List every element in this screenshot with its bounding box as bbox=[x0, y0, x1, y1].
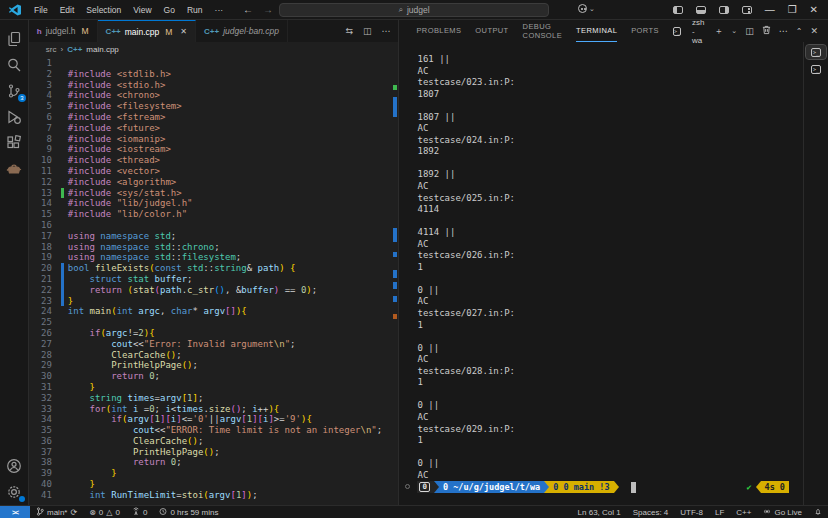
sync-icon[interactable]: ⟳ bbox=[70, 508, 77, 517]
tab-judgel.h[interactable]: hjudgel.hM bbox=[29, 20, 98, 42]
activity-teapot-extension[interactable] bbox=[2, 156, 26, 182]
problems-status[interactable]: ⊗ 0 △ 0 bbox=[83, 508, 126, 517]
tab-judgel-ban.cpp[interactable]: C++judgel-ban.cpp bbox=[196, 20, 288, 42]
terminal-prompt[interactable]: 0 0 ~/u/g/judgel/t/wa 0 0 main !3 ✔ 4s 0 bbox=[417, 481, 803, 493]
close-tab-icon[interactable]: ✕ bbox=[180, 27, 187, 36]
menu-file[interactable]: File bbox=[28, 5, 54, 15]
restore-button[interactable]: ❐ bbox=[788, 4, 797, 15]
code-line[interactable]: 1 bbox=[29, 58, 399, 69]
code-line[interactable]: 17using namespace std; bbox=[29, 231, 399, 242]
toggle-sidebar-button[interactable] bbox=[673, 6, 683, 14]
code-line[interactable]: 36 ClearCache(); bbox=[29, 436, 399, 447]
code-line[interactable]: 32 string times=argv[1]; bbox=[29, 393, 399, 404]
code-line[interactable]: 20bool fileExists(const std::string& pat… bbox=[29, 263, 399, 274]
terminal-dropdown-chevron-icon[interactable]: ⌄ bbox=[731, 27, 737, 35]
code-line[interactable]: 3#include <stdio.h> bbox=[29, 80, 399, 91]
code-line[interactable]: 25 bbox=[29, 317, 399, 328]
menu-go[interactable]: Go bbox=[158, 5, 181, 15]
go-live-button[interactable]: Go Live bbox=[757, 507, 808, 518]
code-line[interactable]: 2#include <stdlib.h> bbox=[29, 69, 399, 80]
activity-extensions[interactable] bbox=[2, 130, 26, 156]
panel-tab-terminal[interactable]: TERMINAL bbox=[576, 20, 617, 42]
terminal-output[interactable]: 161 ||ACtestcase/023.in:P:1807 1807 ||AC… bbox=[399, 42, 803, 505]
split-editor-icon[interactable]: ◫ bbox=[363, 26, 372, 36]
code-line[interactable]: 10#include <thread> bbox=[29, 155, 399, 166]
activity-accounts[interactable] bbox=[2, 453, 26, 479]
more-actions-icon[interactable]: ⋯ bbox=[381, 26, 390, 36]
notifications-bell[interactable] bbox=[808, 507, 828, 518]
menu-selection[interactable]: Selection bbox=[80, 5, 127, 15]
language-status[interactable]: C++ bbox=[730, 508, 757, 517]
menu-run[interactable]: Run bbox=[181, 5, 209, 15]
activity-source-control[interactable]: 3 bbox=[2, 78, 26, 104]
ports-status[interactable]: 0 bbox=[126, 507, 153, 518]
back-button[interactable]: ← bbox=[243, 4, 253, 15]
eol-status[interactable]: LF bbox=[709, 508, 730, 517]
code-line[interactable]: 23} bbox=[29, 296, 399, 307]
code-line[interactable]: 40 } bbox=[29, 479, 399, 490]
kill-terminal-button[interactable] bbox=[762, 25, 771, 37]
code-line[interactable]: 27 cout<<"Error: Invalid argument\n"; bbox=[29, 339, 399, 350]
indentation-status[interactable]: Spaces: 4 bbox=[627, 508, 675, 517]
terminal-list-item[interactable]: >_ bbox=[806, 62, 826, 76]
activity-search[interactable] bbox=[2, 52, 26, 78]
activity-explorer[interactable] bbox=[2, 26, 26, 52]
breadcrumb[interactable]: src › C++ main.cpp bbox=[29, 42, 399, 56]
code-line[interactable]: 22 return (stat(path.c_str(), &buffer) =… bbox=[29, 285, 399, 296]
cursor-position-status[interactable]: Ln 63, Col 1 bbox=[572, 508, 627, 517]
code-line[interactable]: 7#include <future> bbox=[29, 123, 399, 134]
code-line[interactable]: 26 if(argc!=2){ bbox=[29, 328, 399, 339]
open-changes-icon[interactable]: ⇆ bbox=[345, 26, 353, 36]
code-line[interactable]: 8#include <iomanip> bbox=[29, 134, 399, 145]
code-line[interactable]: 30 return 0; bbox=[29, 371, 399, 382]
code-line[interactable]: 35 cout<<"ERROR: Time limit is not an in… bbox=[29, 425, 399, 436]
more-actions-button[interactable]: ⋯ bbox=[779, 26, 788, 36]
breadcrumb-file[interactable]: main.cpp bbox=[86, 45, 118, 54]
code-line[interactable]: 5#include <filesystem> bbox=[29, 101, 399, 112]
code-line[interactable]: 12#include <algorithm> bbox=[29, 177, 399, 188]
code-line[interactable]: 41 int RunTimeLimit=stoi(argv[1]); bbox=[29, 490, 399, 501]
branch-status[interactable]: main* ⟳ bbox=[30, 507, 83, 518]
code-line[interactable]: 39 } bbox=[29, 468, 399, 479]
code-line[interactable]: 9#include <iostream> bbox=[29, 144, 399, 155]
menu-view[interactable]: View bbox=[127, 5, 157, 15]
menu-[interactable]: ··· bbox=[209, 5, 230, 15]
forward-button[interactable]: → bbox=[263, 4, 273, 15]
copilot-button[interactable]: ⌄ bbox=[578, 4, 595, 13]
close-button[interactable]: ✕ bbox=[810, 4, 818, 15]
command-decoration-icon[interactable] bbox=[405, 484, 410, 489]
toggle-panel-button[interactable] bbox=[696, 6, 706, 14]
code-line[interactable]: 38 return 0; bbox=[29, 457, 399, 468]
code-editor[interactable]: 12#include <stdlib.h>3#include <stdio.h>… bbox=[29, 56, 399, 505]
code-line[interactable]: 19using namespace std::filesystem; bbox=[29, 252, 399, 263]
code-line[interactable]: 24int main(int argc, char* argv[]){ bbox=[29, 306, 399, 317]
close-panel-button[interactable]: ✕ bbox=[810, 26, 818, 36]
code-line[interactable]: 14#include "lib/judgel.h" bbox=[29, 198, 399, 209]
activity-run-debug[interactable] bbox=[2, 104, 26, 130]
activity-settings[interactable] bbox=[2, 479, 26, 505]
menu-edit[interactable]: Edit bbox=[54, 5, 81, 15]
code-line[interactable]: 4#include <chrono> bbox=[29, 90, 399, 101]
panel-tab-debug-console[interactable]: DEBUG CONSOLE bbox=[523, 20, 562, 42]
split-terminal-button[interactable]: ◫ bbox=[745, 26, 754, 36]
panel-tab-output[interactable]: OUTPUT bbox=[475, 20, 508, 42]
code-line[interactable]: 33 for(int i =0; i<times.size(); i++){ bbox=[29, 404, 399, 415]
code-line[interactable]: 15#include "lib/color.h" bbox=[29, 209, 399, 220]
code-line[interactable]: 6#include <fstream> bbox=[29, 112, 399, 123]
code-line[interactable]: 29 PrintHelpPage(); bbox=[29, 360, 399, 371]
code-line[interactable]: 13#include <sys/stat.h> bbox=[29, 188, 399, 199]
time-tracker-status[interactable]: 0 hrs 59 mins bbox=[153, 507, 224, 518]
remote-indicator[interactable]: >< bbox=[0, 506, 30, 518]
maximize-panel-button[interactable]: ⌃ bbox=[796, 27, 803, 36]
breadcrumb-folder[interactable]: src bbox=[46, 45, 57, 54]
toggle-secondary-sidebar-button[interactable] bbox=[719, 6, 729, 14]
panel-tab-problems[interactable]: PROBLEMS bbox=[416, 20, 461, 42]
shell-label[interactable]: zsh - wa bbox=[692, 18, 706, 45]
code-line[interactable]: 28 ClearCache(); bbox=[29, 350, 399, 361]
code-line[interactable]: 11#include <vector> bbox=[29, 166, 399, 177]
customize-layout-button[interactable] bbox=[742, 6, 752, 14]
terminal-list-item[interactable]: >_ bbox=[806, 45, 826, 59]
code-line[interactable]: 16 bbox=[29, 220, 399, 231]
code-line[interactable]: 34 if(argv[1][i]<='0'||argv[1][i]>='9'){ bbox=[29, 414, 399, 425]
code-line[interactable]: 31 } bbox=[29, 382, 399, 393]
